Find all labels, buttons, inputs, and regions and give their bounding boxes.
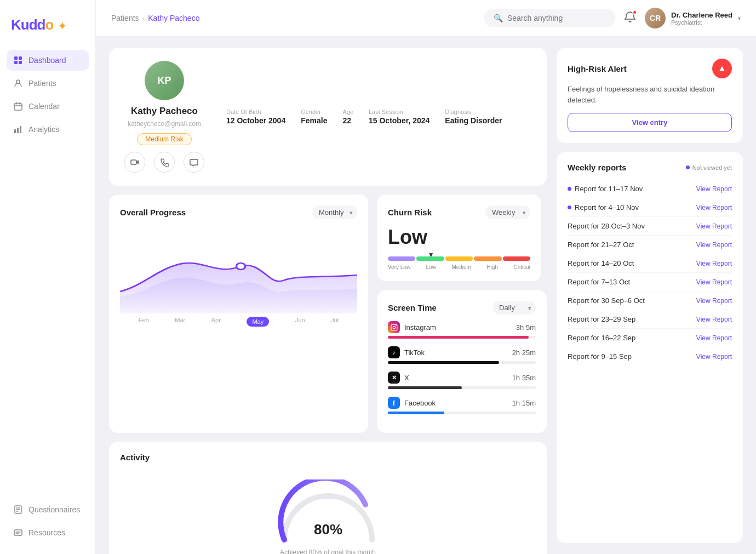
activity-header: Activity	[120, 453, 536, 462]
cards-row: Overall Progress Monthly Weekly Daily	[109, 195, 547, 433]
risk-label-verylow: Very Low	[388, 264, 410, 270]
age-value: 22	[342, 116, 353, 125]
activity-title: Activity	[120, 453, 150, 462]
report-name: Report for 7–13 Oct	[568, 278, 630, 286]
patient-avatar: KP	[145, 61, 184, 100]
sidebar-item-resources[interactable]: Resources	[7, 522, 89, 543]
sidebar-item-label: Dashboard	[28, 56, 66, 65]
screen-item-facebook: f Facebook 1h 15m	[388, 397, 536, 414]
instagram-time: 3h 5m	[516, 323, 536, 332]
sidebar-item-questionnaires[interactable]: Questionnaires	[7, 499, 89, 520]
video-call-button[interactable]	[124, 152, 145, 173]
facebook-bar	[388, 412, 444, 414]
search-bar[interactable]: 🔍	[484, 9, 615, 27]
reports-list: Report for 11–17 NovView ReportReport fo…	[568, 180, 732, 365]
chart-label-jun: Jun	[295, 317, 305, 327]
detail-dob: Date Of Birth 12 October 2004	[226, 108, 285, 125]
gauge-subtitle: Achieved 80% of goal this month	[280, 549, 376, 554]
view-entry-button[interactable]: View entry	[568, 113, 732, 132]
logo[interactable]: Kuddo ✦	[0, 11, 95, 50]
svg-text:80%: 80%	[313, 521, 342, 538]
header: Patients › Kathy Pacheco 🔍 CR	[96, 0, 756, 37]
view-report-button[interactable]: View Report	[696, 353, 732, 361]
view-report-button[interactable]: View Report	[696, 278, 732, 286]
report-name: Report for 14–20 Oct	[568, 259, 634, 267]
chevron-down-icon: ▾	[738, 15, 741, 21]
sidebar-item-dashboard[interactable]: Dashboard	[7, 50, 89, 71]
svg-rect-5	[14, 104, 22, 110]
sidebar-item-analytics[interactable]: Analytics	[7, 119, 89, 140]
risk-segment-medium	[445, 256, 473, 261]
view-report-button[interactable]: View Report	[696, 222, 732, 230]
report-item: Report for 7–13 OctView Report	[568, 273, 732, 292]
view-report-button[interactable]: View Report	[696, 241, 732, 249]
activity-card: Activity	[109, 442, 547, 554]
view-report-button[interactable]: View Report	[696, 297, 732, 305]
tiktok-time: 2h 25m	[512, 349, 536, 357]
churn-period-wrapper[interactable]: Weekly Monthly	[485, 205, 530, 219]
churn-value: Low	[388, 226, 530, 249]
right-sub-col: Churn Risk Weekly Monthly Low ▼	[377, 195, 547, 433]
churn-card-header: Churn Risk Weekly Monthly	[388, 205, 530, 219]
breadcrumb: Patients › Kathy Pacheco	[111, 14, 199, 22]
progress-period-select[interactable]: Monthly Weekly Daily	[312, 205, 357, 219]
risk-indicator: ▼	[428, 251, 434, 259]
churn-title: Churn Risk	[388, 208, 432, 217]
facebook-time: 1h 15m	[512, 399, 536, 407]
risk-segment-verylow	[388, 256, 415, 261]
view-report-button[interactable]: View Report	[696, 316, 732, 323]
churn-period-select[interactable]: Weekly Monthly	[485, 205, 530, 219]
tiktok-icon: ♪	[388, 346, 400, 358]
svg-point-4	[16, 80, 20, 83]
diagnosis-label: Diagnosis	[445, 108, 502, 115]
patient-name: Kathy Pacheco	[131, 106, 198, 117]
report-item: Report for 4–10 NovView Report	[568, 198, 732, 217]
report-new-dot	[568, 187, 571, 191]
sidebar-nav: Dashboard Patients Calendar	[0, 50, 95, 499]
risk-label-low: Low	[426, 264, 436, 270]
detail-gender: Gender Female	[301, 108, 327, 125]
view-report-button[interactable]: View Report	[696, 260, 732, 267]
alert-header: High-Risk Alert ▲	[568, 59, 732, 78]
x-bar	[388, 386, 462, 389]
report-item: Report for 21–27 OctView Report	[568, 236, 732, 254]
progress-card-header: Overall Progress Monthly Weekly Daily	[120, 205, 357, 219]
notification-button[interactable]	[624, 11, 636, 25]
sidebar-item-patients[interactable]: Patients	[7, 73, 89, 94]
progress-title: Overall Progress	[120, 208, 186, 217]
header-right: 🔍 CR Dr. Charlene Reed Psychiatrist	[484, 8, 741, 28]
svg-point-14	[393, 326, 395, 328]
report-name: Report for 4–10 Nov	[568, 203, 639, 212]
report-name: Report for 9–15 Sep	[568, 352, 632, 361]
sidebar-item-calendar[interactable]: Calendar	[7, 96, 89, 117]
view-report-button[interactable]: View Report	[696, 334, 732, 342]
not-viewed-indicator: Not viewed yet	[686, 164, 732, 171]
svg-rect-8	[20, 126, 21, 133]
risk-label-high: High	[486, 264, 498, 270]
user-menu[interactable]: CR Dr. Charlene Reed Psychiatrist ▾	[645, 8, 741, 28]
view-report-button[interactable]: View Report	[696, 185, 732, 193]
search-input[interactable]	[507, 14, 605, 22]
svg-rect-1	[19, 56, 22, 60]
x-name: X	[404, 374, 409, 382]
phone-call-button[interactable]	[154, 152, 175, 173]
screen-item-x: ✕ X 1h 35m	[388, 372, 536, 389]
patient-profile: KP Kathy Pacheco katheycheco@gmail.com M…	[124, 61, 204, 173]
report-item: Report for 11–17 NovView Report	[568, 180, 732, 198]
progress-chart	[120, 226, 357, 313]
calendar-icon	[13, 101, 23, 111]
gauge-container: 80% Achieved 80% of goal this month	[120, 469, 536, 554]
report-new-dot	[568, 205, 571, 209]
svg-rect-11	[131, 160, 136, 164]
screen-time-period-wrapper[interactable]: Daily Weekly	[492, 301, 536, 315]
view-report-button[interactable]: View Report	[696, 204, 732, 212]
screen-time-period-select[interactable]: Daily Weekly	[492, 301, 536, 315]
report-item: Report for 28 Oct–3 NovView Report	[568, 217, 732, 236]
patient-email: katheycheco@gmail.com	[128, 120, 201, 128]
message-button[interactable]	[184, 152, 204, 173]
search-icon: 🔍	[494, 14, 503, 22]
risk-segment-critical	[503, 256, 530, 261]
breadcrumb-parent[interactable]: Patients	[111, 14, 139, 22]
period-select-wrapper[interactable]: Monthly Weekly Daily	[312, 205, 357, 219]
reports-title: Weekly reports	[568, 163, 626, 172]
